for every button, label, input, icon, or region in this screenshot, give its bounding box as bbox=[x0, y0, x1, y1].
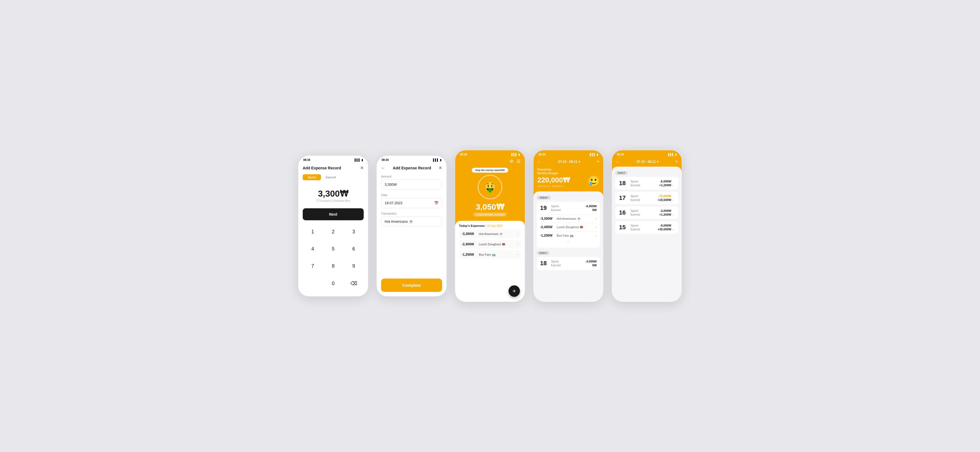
phone3-header: ⚙ ☰ bbox=[455, 157, 525, 165]
signal-icon-3: ▌▌▌ bbox=[512, 153, 517, 156]
today-day: 19 bbox=[540, 204, 548, 212]
today-exp-amount-1: -3,300W bbox=[540, 217, 555, 221]
add-icon-5[interactable]: + bbox=[675, 159, 678, 164]
num-6[interactable]: 6 bbox=[344, 241, 364, 257]
daily-row: 18 Spent -3,000W Earned 0W bbox=[540, 260, 597, 267]
daily-day-16: 16 bbox=[619, 209, 627, 216]
menu-icon[interactable]: ☰ bbox=[517, 159, 520, 164]
back-icon-4[interactable]: ← bbox=[538, 159, 542, 164]
daily-stat-spent-val-16: -3,000W bbox=[660, 209, 671, 212]
daily-earned-label: Earned bbox=[551, 264, 560, 267]
signal-icon-2: ▌▌▌ bbox=[433, 159, 439, 161]
notch-3 bbox=[479, 150, 501, 155]
transaction-input[interactable]: Hot Americano ☕ bbox=[381, 216, 442, 226]
daily-stat-earned-val-16: +1,200W bbox=[659, 213, 671, 216]
num-8[interactable]: 8 bbox=[323, 258, 343, 274]
next-button[interactable]: Next bbox=[303, 208, 364, 220]
expenses-header-text: Today's Expenses bbox=[459, 224, 485, 228]
time-2: 08:34 bbox=[382, 159, 389, 161]
daily-stat-spent-17: Spent -75,600W bbox=[630, 194, 671, 198]
today-spent-stat: Spent -6,950W bbox=[551, 204, 597, 208]
today-exp-1[interactable]: -3,300W Hot Americano ☕ › bbox=[540, 214, 597, 223]
amount-input-value: 3,300W bbox=[385, 182, 397, 186]
num-5[interactable]: 5 bbox=[323, 241, 343, 257]
expense-row-3[interactable]: -1,250W Bus Fare 🚌 › bbox=[459, 250, 521, 259]
daily-list-row-18[interactable]: 18 Spent -6,000W Earned +1,200W ⌄ bbox=[615, 177, 678, 189]
transaction-label: Transaction bbox=[381, 212, 442, 215]
num-3[interactable]: 3 bbox=[344, 224, 364, 240]
daily-day-15: 15 bbox=[619, 224, 627, 231]
num-0[interactable]: 0 bbox=[323, 275, 343, 292]
num-1[interactable]: 1 bbox=[303, 224, 323, 240]
close-icon[interactable]: ✕ bbox=[360, 165, 364, 170]
today-spent-label: Spent bbox=[551, 204, 559, 208]
amount-group: Amount 3,300W bbox=[381, 175, 442, 189]
daily-stat-earned-label-18: Earned bbox=[630, 183, 640, 187]
battery-icon-5: ▮ bbox=[675, 153, 677, 156]
back-icon-5[interactable]: ← bbox=[616, 159, 620, 164]
scene: 08:34 ▌▌▌ ▮ Add Expense Record ✕ Spent E… bbox=[287, 134, 693, 318]
amount-value: 3,300₩ bbox=[303, 188, 364, 199]
date-label: Date bbox=[381, 193, 442, 197]
phone-numpad: 08:34 ▌▌▌ ▮ Add Expense Record ✕ Spent E… bbox=[298, 155, 369, 297]
amount-input[interactable]: 3,300W bbox=[381, 180, 442, 189]
earned-toggle[interactable]: Earned bbox=[321, 174, 341, 180]
daily-day: 18 bbox=[540, 260, 548, 267]
today-exp-2[interactable]: -2,400W Lunch Doughnut 🍩 › bbox=[540, 223, 597, 231]
back-icon[interactable]: ← bbox=[381, 166, 385, 170]
date-range-4[interactable]: 07.10 - 08.11 ▾ bbox=[558, 160, 580, 164]
time-1: 08:34 bbox=[303, 159, 310, 161]
date-range-5[interactable]: 07.10 - 08.11 ▾ bbox=[637, 160, 659, 164]
spent-toggle[interactable]: Spent bbox=[303, 174, 321, 180]
add-icon-4[interactable]: + bbox=[597, 159, 600, 164]
expand-15[interactable]: ⌄ bbox=[671, 226, 675, 231]
phone-form: 08:34 ▌▌▌ ▮ ← Add Expense Record ✕ Amoun… bbox=[376, 155, 447, 297]
status-icons-3: ▌▌▌ ▮ bbox=[512, 153, 520, 156]
daily-badge: DAILY bbox=[537, 251, 549, 255]
num-4[interactable]: 4 bbox=[303, 241, 323, 257]
daily-list-row-15[interactable]: 15 Spent -8,000W Earned +30,000W ⌄ bbox=[615, 221, 678, 234]
notch-4 bbox=[557, 150, 579, 155]
complete-button[interactable]: Complete bbox=[381, 279, 442, 292]
phone4-header: ← 07.10 - 08.11 ▾ + bbox=[533, 157, 603, 167]
status-icons-4: ▌▌▌ ▮ bbox=[590, 153, 598, 156]
daily-stat-spent-label-15: Spent bbox=[630, 224, 638, 227]
stop-banner: Stop the money waterfall! bbox=[472, 168, 508, 173]
fab-button[interactable]: + bbox=[509, 285, 520, 297]
expand-17[interactable]: ⌄ bbox=[671, 197, 675, 202]
daily-details: Spent -3,000W Earned 0W bbox=[551, 260, 597, 267]
money-emoji: 🤑 bbox=[478, 175, 502, 199]
expand-16[interactable]: ⌄ bbox=[671, 212, 675, 216]
today-exp-name-2: Lunch Doughnut 🍩 bbox=[555, 226, 595, 229]
expense-row-2[interactable]: -2,400W Lunch Doughnut 🍩 › bbox=[459, 240, 521, 248]
today-exp-amount-2: -2,400W bbox=[540, 225, 555, 229]
status-icons-2: ▌▌▌ ▮ bbox=[433, 159, 442, 161]
signal-icon-5: ▌▌▌ bbox=[668, 153, 674, 156]
expense-arrow-3: › bbox=[517, 253, 518, 256]
num-2[interactable]: 2 bbox=[323, 224, 343, 240]
phone4-body: TODAY 19 Spent -6,950W Earned 0W bbox=[533, 191, 603, 302]
date-input[interactable]: 19.07.2023 📅 bbox=[381, 198, 442, 208]
daily-stat-earned-label-16: Earned bbox=[630, 213, 640, 216]
expand-today[interactable]: ⌃ bbox=[540, 241, 597, 245]
daily-stats-15: Spent -8,000W Earned +30,000W bbox=[627, 224, 671, 231]
close-icon-2[interactable]: ✕ bbox=[439, 165, 442, 170]
daily-list-row-17[interactable]: 17 Spent -75,600W Earned +18,500W ⌄ bbox=[615, 192, 678, 204]
today-exp-3[interactable]: -1,250W Bus Fare 🚌 › bbox=[540, 231, 597, 240]
expense-name-3: Bus Fare 🚌 bbox=[477, 253, 517, 256]
daily-stat-earned-label-17: Earned bbox=[630, 198, 640, 202]
daily-stat-spent-val-17: -75,600W bbox=[658, 194, 671, 198]
phone2-title: Add Expense Record bbox=[393, 166, 431, 170]
daily-card: 18 Spent -3,000W Earned 0W bbox=[537, 257, 600, 270]
num-backspace[interactable]: ⌫ bbox=[344, 275, 364, 292]
expense-row-1[interactable]: -3,300W Hot Americano ☕ › bbox=[459, 229, 521, 238]
daily-stat-spent-val-15: -8,000W bbox=[660, 224, 671, 227]
num-7[interactable]: 7 bbox=[303, 258, 323, 274]
phone1-title: Add Expense Record bbox=[303, 166, 341, 170]
filter-icon[interactable]: ⚙ bbox=[510, 159, 514, 164]
daily-stat-spent-label-17: Spent bbox=[630, 194, 638, 198]
daily-spent-label: Spent bbox=[551, 260, 559, 263]
daily-list-row-16[interactable]: 16 Spent -3,000W Earned +1,200W ⌄ bbox=[615, 206, 678, 219]
num-9[interactable]: 9 bbox=[344, 258, 364, 274]
expand-18[interactable]: ⌄ bbox=[671, 182, 675, 187]
